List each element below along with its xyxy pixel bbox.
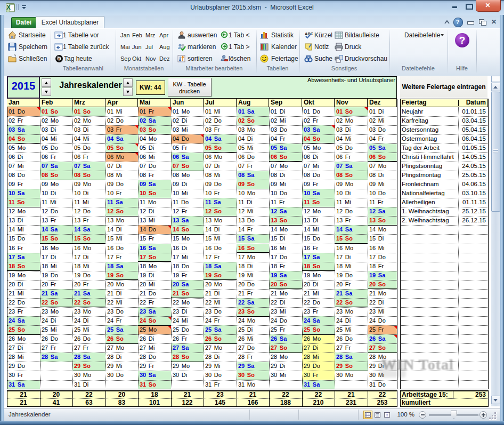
svg-text:8: 8	[58, 57, 60, 61]
